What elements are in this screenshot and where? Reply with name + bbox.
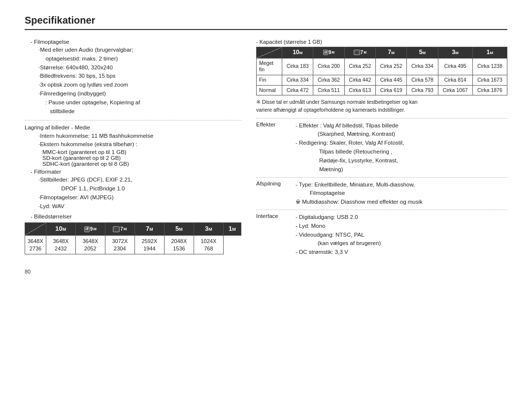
cap-val-f-1m: Cirka 1673 [472, 75, 507, 85]
size-header-3m: 3M [194, 223, 223, 236]
interface-row: Interface - Digitaludgang: USB 2.0 - Lyd… [256, 213, 507, 257]
main-layout: - Filmoptagelse ·Med eller uden Audio (b… [25, 39, 507, 259]
cap-val-mf-3m: Cirka 495 [438, 58, 472, 75]
film-item-2: ·Størrelse: 640x480, 320x240 [34, 63, 241, 72]
cap-header-1m: 1M [472, 47, 507, 59]
cap-label-normal: Normal [257, 85, 282, 95]
cap-val-f-9m: Cirka 362 [313, 75, 344, 85]
filformat-section: - Filformater ·Stillbilleder: JPEG (DCF)… [25, 169, 241, 211]
left-column: - Filmoptagelse ·Med eller uden Audio (b… [25, 39, 241, 259]
cap-label-megetfin: Meget fin [257, 58, 282, 75]
cap-header-9m: ↺ 9M [313, 47, 344, 59]
billede-label: - Billedstørrelser [25, 214, 241, 219]
size-header-1m: 1M [223, 223, 241, 236]
cap-val-n-9m: Cirka 511 [313, 85, 344, 95]
cap-val-mf-5m: Cirka 334 [407, 58, 438, 75]
diag-header [25, 223, 46, 236]
billede-section: - Billedstørrelser 10M ↺ 9M [25, 214, 241, 254]
size-header-7m: 7M [134, 223, 164, 236]
size-header-9m: ↺ 9M [75, 223, 105, 236]
media-item-3: MMC-kort (garanteret op til 1 GB) [34, 149, 241, 155]
film-label: - Filmoptagelse [25, 39, 241, 45]
film-section: - Filmoptagelse ·Med eller uden Audio (b… [25, 39, 241, 116]
cap-val-f-7m: Cirka 445 [375, 75, 406, 85]
cap-val-f-10m: Cirka 334 [282, 75, 313, 85]
size-cell-5m: 2592X1944 [134, 236, 164, 254]
media-item-5: SDHC-kort (garanteret op til 8 GB) [34, 161, 241, 167]
cap-header-10m: 10M [282, 47, 313, 59]
effekter-section: Effekter - Effekter : Valg Af billedstil… [256, 122, 507, 174]
cap-label-fin: Fin [257, 75, 282, 85]
cap-val-f-7m-icon: Cirka 442 [344, 75, 375, 85]
size-cell-1m: 1024X768 [194, 236, 223, 254]
afspilning-content: - Type: Enkeltbillede, Miniature, Multi-… [296, 181, 507, 207]
film-item-3: ·Billedfrekvens: 30 bps, 15 bps [34, 72, 241, 81]
size-header-5m: 5M [164, 223, 194, 236]
page-title: Specifikationer [25, 15, 507, 30]
effekter-row: Effekter - Effekter : Valg Af billedstil… [256, 122, 507, 174]
cap-diag-header [257, 47, 282, 59]
right-column: - Kapacitet (størrelse 1 GB) 10M ↺ 9M [256, 39, 507, 259]
cap-row-megetfin: Meget fin Cirka 183 Cirka 200 Cirka 252 … [257, 58, 507, 75]
size-cell-7m-icon: 3648X2052 [75, 236, 105, 254]
interface-content: - Digitaludgang: USB 2.0 - Lyd: Mono - V… [296, 213, 507, 257]
film-items: ·Med eller uden Audio (brugervalgbar; op… [25, 46, 241, 116]
cap-val-mf-7m: Cirka 252 [375, 58, 406, 75]
media-item-4: SD-kort (garanteret op til 2 GB) [34, 155, 241, 161]
size-cell-7m: 3072X2304 [105, 236, 134, 254]
media-item-1: ·Intern hukommelse: 11 MB flashhukommels… [34, 132, 241, 141]
cap-val-n-1m: Cirka 1876 [472, 85, 507, 95]
filformat-items: ·Stillbilleder: JPEG (DCF), EXIF 2.21, D… [25, 176, 241, 211]
film-item-5: ·Filmredigering (indbygget) [34, 90, 241, 98]
cap-header-7m-icon: ⬛ 7M [344, 47, 375, 59]
effekter-content: - Effekter : Valg Af billedstil, Tilpas … [296, 122, 507, 174]
size-header-7m-icon: ⬛ 7M [105, 223, 134, 236]
size-row-1: 3648X2736 3648X2432 3648X2052 3072X2304 … [25, 236, 241, 254]
media-label: Lagring af billeder - Medie [25, 124, 241, 130]
cap-val-mf-7m-icon: Cirka 252 [344, 58, 375, 75]
size-cell-9m: 3648X2432 [46, 236, 75, 254]
media-item-2: ·Ekstern hukommelse (ekstra tilbehør) : [34, 140, 241, 149]
media-items: ·Intern hukommelse: 11 MB flashhukommels… [25, 132, 241, 167]
cap-val-f-3m: Cirka 814 [438, 75, 472, 85]
size-cell-3m: 2048X1536 [164, 236, 194, 254]
film-item-1: ·Med eller uden Audio (brugervalgbar; op… [34, 46, 241, 63]
cap-val-n-3m: Cirka 1067 [438, 85, 472, 95]
cap-val-n-5m: Cirka 793 [407, 85, 438, 95]
interface-label: Interface [256, 213, 296, 257]
effekter-label: Effekter [256, 122, 296, 174]
interface-section: Interface - Digitaludgang: USB 2.0 - Lyd… [256, 213, 507, 257]
filformat-label: - Filformater [25, 169, 241, 175]
afspilning-label: Afspilning [256, 181, 296, 207]
cap-row-fin: Fin Cirka 334 Cirka 362 Cirka 442 Cirka … [257, 75, 507, 85]
film-item-6: : Pause under optagelse, Kopiering af st… [34, 98, 241, 116]
cap-row-normal: Normal Cirka 472 Cirka 511 Cirka 613 Cir… [257, 85, 507, 95]
cap-header-5m: 5M [407, 47, 438, 59]
size-header-10m: 10M [46, 223, 75, 236]
cap-header-3m: 3M [438, 47, 472, 59]
cap-val-mf-10m: Cirka 183 [282, 58, 313, 75]
cap-header-7m: 7M [375, 47, 406, 59]
afspilning-row: Afspilning - Type: Enkeltbillede, Miniat… [256, 181, 507, 207]
filformat-item-3: ·Lyd: WAV [34, 202, 241, 211]
cap-val-n-10m: Cirka 472 [282, 85, 313, 95]
capacity-note: ※ Disse tal er udmålt under Samsungs nor… [256, 98, 507, 114]
cap-val-n-7m-icon: Cirka 613 [344, 85, 375, 95]
cap-val-n-7m: Cirka 619 [375, 85, 406, 95]
size-table: 10M ↺ 9M ⬛ 7M [25, 222, 241, 254]
size-cell-10m: 3648X2736 [25, 236, 46, 254]
film-item-4: ·3x optisk zoom og lydløs ved zoom [34, 81, 241, 90]
afspilning-section: Afspilning - Type: Enkeltbillede, Miniat… [256, 181, 507, 207]
cap-val-f-5m: Cirka 578 [407, 75, 438, 85]
filformat-item-1: ·Stillbilleder: JPEG (DCF), EXIF 2.21, D… [34, 176, 241, 193]
cap-val-mf-1m: Cirka 1238 [472, 58, 507, 75]
cap-val-mf-9m: Cirka 200 [313, 58, 344, 75]
capacity-table: 10M ↺ 9M ⬛ 7M 7M 5M [256, 47, 507, 95]
page-number: 80 [25, 269, 507, 275]
capacity-title: - Kapacitet (størrelse 1 GB) [256, 39, 507, 45]
media-section: Lagring af billeder - Medie ·Intern huko… [25, 124, 241, 167]
filformat-item-2: ·Filmoptagelser: AVI (MJPEG) [34, 193, 241, 202]
